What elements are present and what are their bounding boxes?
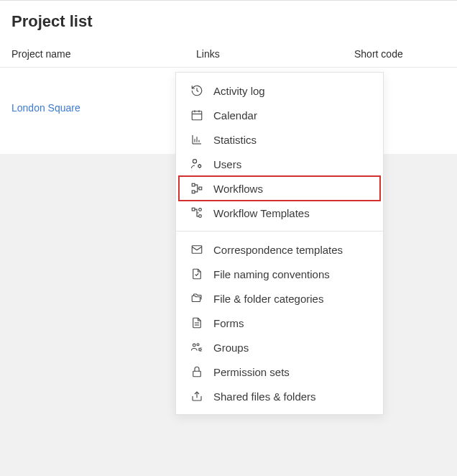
page-header: Project list (0, 0, 457, 41)
menu-item-file-naming[interactable]: File naming conventions (176, 262, 383, 286)
svg-point-12 (193, 160, 196, 163)
menu-item-label: Workflow Templates (213, 207, 310, 219)
menu-item-label: Activity log (213, 85, 265, 97)
file-icon (189, 267, 205, 281)
menu-item-permission-sets[interactable]: Permission sets (176, 360, 383, 384)
svg-point-25 (199, 349, 201, 351)
svg-rect-14 (192, 183, 195, 186)
menu-item-label: Users (213, 158, 241, 170)
table-body: London Square Activity log Calendar Stat… (0, 68, 457, 154)
menu-item-users[interactable]: Users (176, 152, 383, 176)
svg-point-18 (199, 209, 202, 211)
svg-point-24 (197, 344, 199, 346)
menu-item-label: File & folder categories (213, 293, 323, 305)
menu-item-file-folder-categories[interactable]: File & folder categories (176, 286, 383, 311)
svg-rect-0 (192, 111, 202, 120)
svg-rect-15 (192, 191, 195, 193)
folders-icon (189, 291, 205, 306)
menu-item-label: Forms (213, 317, 244, 329)
menu-item-statistics[interactable]: Statistics (176, 127, 383, 152)
menu-item-shared-files[interactable]: Shared files & folders (176, 384, 383, 408)
menu-divider (176, 231, 383, 232)
menu-item-workflow-templates[interactable]: Workflow Templates (176, 201, 383, 225)
table-header: Project name Links Short code (0, 41, 457, 68)
menu-item-workflows[interactable]: Workflows (176, 176, 383, 201)
lock-icon (189, 365, 205, 379)
workflows-icon (189, 181, 205, 196)
svg-rect-26 (193, 371, 201, 377)
column-header-code[interactable]: Short code (354, 48, 446, 60)
menu-item-forms[interactable]: Forms (176, 311, 383, 335)
menu-item-label: File naming conventions (213, 268, 330, 280)
menu-item-correspondence-templates[interactable]: Correspondence templates (176, 237, 383, 262)
menu-item-label: Correspondence templates (213, 244, 343, 256)
menu-item-label: Workflows (213, 183, 263, 195)
svg-point-23 (193, 344, 195, 347)
svg-point-19 (199, 215, 202, 218)
menu-item-label: Calendar (213, 109, 257, 122)
forms-icon (189, 316, 205, 330)
menu-item-groups[interactable]: Groups (176, 335, 383, 360)
links-dropdown: Activity log Calendar Statistics Users W (175, 72, 384, 415)
project-name-link[interactable]: London Square (11, 102, 80, 114)
column-header-links[interactable]: Links (196, 48, 354, 60)
menu-item-activity-log[interactable]: Activity log (176, 78, 383, 103)
menu-item-label: Shared files & folders (213, 390, 316, 403)
envelope-icon (189, 242, 205, 257)
statistics-icon (189, 132, 205, 147)
users-icon (189, 157, 205, 171)
menu-item-calendar[interactable]: Calendar (176, 103, 383, 127)
menu-item-label: Statistics (213, 134, 257, 146)
share-icon (189, 389, 205, 403)
history-icon (189, 83, 205, 98)
menu-item-label: Permission sets (213, 366, 290, 378)
menu-item-label: Groups (213, 342, 249, 354)
page-title: Project list (11, 12, 446, 31)
svg-rect-20 (192, 246, 202, 254)
column-header-name[interactable]: Project name (11, 48, 196, 60)
groups-icon (189, 340, 205, 354)
svg-rect-17 (192, 208, 195, 211)
workflow-templates-icon (189, 206, 205, 220)
calendar-icon (189, 108, 205, 122)
svg-rect-16 (199, 187, 202, 190)
